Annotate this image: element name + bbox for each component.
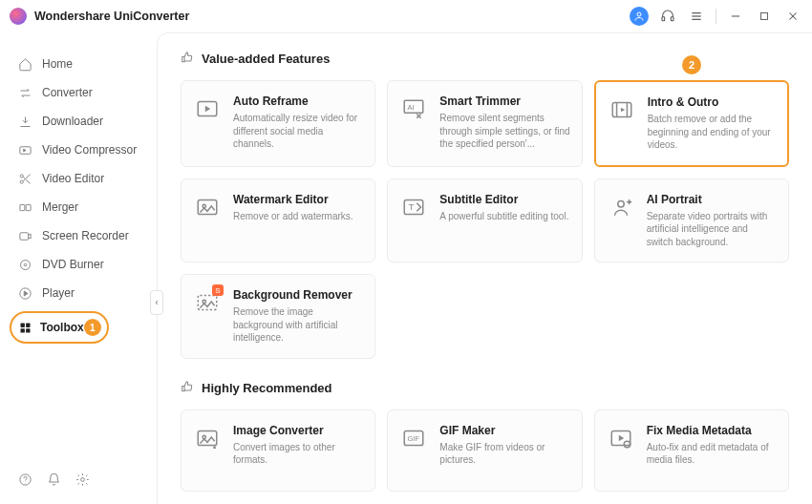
sidebar-item-label: Home xyxy=(42,57,73,71)
card-auto-reframe[interactable]: Auto Reframe Automatically resize video … xyxy=(181,80,375,167)
card-image-converter[interactable]: Image Converter Convert images to other … xyxy=(181,410,375,492)
card-fix-metadata[interactable]: Fix Media Metadata Auto-fix and edit met… xyxy=(594,410,789,492)
sidebar-item-label: Player xyxy=(42,286,75,300)
toolbox-icon xyxy=(17,320,32,335)
card-desc: Remove or add watermarks. xyxy=(233,210,363,223)
section-title: Value-added Features xyxy=(202,52,330,66)
sidebar-item-label: Toolbox xyxy=(40,321,84,334)
scissors-icon xyxy=(17,171,32,186)
card-desc: Remove silent segments through simple se… xyxy=(439,112,569,151)
sidebar-item-toolbox[interactable]: Toolbox 1 xyxy=(10,311,109,344)
sidebar-item-converter[interactable]: Converter xyxy=(0,78,157,107)
card-desc: Separate video portraits with artificial… xyxy=(647,210,777,249)
app-logo-icon xyxy=(10,8,27,25)
svg-rect-2 xyxy=(671,16,673,20)
intro-outro-icon xyxy=(608,95,636,152)
sidebar-item-downloader[interactable]: Downloader xyxy=(0,107,157,136)
card-title: Watermark Editor xyxy=(233,193,363,206)
svg-rect-20 xyxy=(26,323,30,326)
card-desc: A powerful subtitle editing tool. xyxy=(439,210,569,223)
account-button[interactable] xyxy=(630,7,649,26)
merger-icon xyxy=(17,200,32,215)
close-button[interactable] xyxy=(783,7,802,26)
recorder-icon xyxy=(17,228,32,243)
svg-point-24 xyxy=(80,477,84,481)
card-desc: Convert images to other formats. xyxy=(233,441,363,467)
sidebar-item-dvd-burner[interactable]: DVD Burner xyxy=(0,250,157,279)
annotation-marker-2: 2 xyxy=(682,55,701,74)
card-title: AI Portrait xyxy=(647,193,777,206)
smart-trimmer-icon: AI xyxy=(399,94,428,153)
annotation-marker-1: 1 xyxy=(84,319,101,336)
svg-rect-21 xyxy=(20,328,24,332)
app-title: Wondershare UniConverter xyxy=(34,10,189,23)
card-watermark-editor[interactable]: Watermark Editor Remove or add watermark… xyxy=(181,178,375,263)
card-ai-portrait[interactable]: AI Portrait Separate video portraits wit… xyxy=(594,178,789,263)
maximize-button[interactable] xyxy=(755,7,774,26)
card-title: Fix Media Metadata xyxy=(647,424,777,437)
minimize-button[interactable] xyxy=(726,7,745,26)
compressor-icon xyxy=(17,142,32,158)
svg-rect-13 xyxy=(19,204,24,210)
auto-reframe-icon xyxy=(193,94,222,153)
card-title: Auto Reframe xyxy=(233,94,363,108)
divider xyxy=(716,9,716,24)
sidebar-item-video-editor[interactable]: Video Editor xyxy=(0,164,157,193)
card-gif-maker[interactable]: GIF GIF Maker Make GIF from videos or pi… xyxy=(387,410,582,492)
svg-text:AI: AI xyxy=(408,103,415,112)
headset-icon[interactable] xyxy=(658,7,677,26)
sidebar-item-player[interactable]: Player xyxy=(0,279,157,307)
card-title: Background Remover xyxy=(233,288,363,302)
badge-s: S xyxy=(212,284,224,296)
sidebar-item-merger[interactable]: Merger xyxy=(0,193,157,221)
sidebar-item-video-compressor[interactable]: Video Compressor xyxy=(0,136,157,164)
card-desc: Auto-fix and edit metadata of media file… xyxy=(647,441,777,467)
svg-rect-14 xyxy=(26,204,31,210)
card-smart-trimmer[interactable]: AI Smart Trimmer Remove silent segments … xyxy=(387,80,582,167)
svg-text:T: T xyxy=(409,201,415,212)
card-subtitle-editor[interactable]: T Subtitle Editor A powerful subtitle ed… xyxy=(387,178,582,263)
sidebar-item-home[interactable]: Home xyxy=(0,50,157,78)
svg-point-16 xyxy=(20,260,30,269)
card-background-remover[interactable]: S Background Remover Remove the image ba… xyxy=(181,274,375,359)
svg-point-0 xyxy=(637,12,641,16)
collapse-sidebar-button[interactable] xyxy=(150,290,163,315)
card-intro-outro[interactable]: 2 Intro & Outro Batch remove or add the … xyxy=(594,80,789,167)
card-title: Subtitle Editor xyxy=(439,193,569,206)
image-converter-icon xyxy=(193,424,222,477)
rec-grid: Image Converter Convert images to other … xyxy=(181,410,789,492)
section-title: Highly Recommended xyxy=(202,381,332,395)
svg-point-12 xyxy=(20,180,23,183)
menu-button[interactable] xyxy=(687,7,706,26)
svg-rect-1 xyxy=(662,16,665,20)
thumbs-up-icon xyxy=(181,51,194,67)
container: Home Converter Downloader Video Compress… xyxy=(0,32,812,504)
svg-rect-22 xyxy=(26,328,30,332)
watermark-icon xyxy=(193,193,222,249)
svg-text:GIF: GIF xyxy=(408,434,420,443)
settings-icon[interactable] xyxy=(75,472,90,487)
sidebar-item-screen-recorder[interactable]: Screen Recorder xyxy=(0,221,157,250)
sidebar-item-toolbox-wrap: Toolbox 1 xyxy=(0,311,157,344)
card-title: Image Converter xyxy=(233,424,363,437)
sidebar-item-label: DVD Burner xyxy=(42,258,104,271)
sidebar-footer xyxy=(0,472,157,496)
svg-rect-19 xyxy=(20,323,24,326)
section-header-rec: Highly Recommended xyxy=(181,380,789,396)
bell-icon[interactable] xyxy=(46,472,61,487)
card-title: Intro & Outro xyxy=(648,95,776,109)
subtitle-icon: T xyxy=(399,193,428,249)
disc-icon xyxy=(17,257,32,272)
svg-point-17 xyxy=(24,263,27,266)
help-icon[interactable] xyxy=(17,472,32,487)
card-desc: Automatically resize video for different… xyxy=(233,112,363,151)
sidebar-item-label: Screen Recorder xyxy=(42,229,129,242)
download-icon xyxy=(17,114,32,129)
value-grid: Auto Reframe Automatically resize video … xyxy=(181,80,789,359)
card-desc: Make GIF from videos or pictures. xyxy=(439,441,569,467)
metadata-icon xyxy=(607,424,635,477)
home-icon xyxy=(17,56,32,72)
bg-remover-icon: S xyxy=(193,288,222,345)
svg-rect-7 xyxy=(761,12,768,19)
sidebar-item-label: Downloader xyxy=(42,115,103,128)
